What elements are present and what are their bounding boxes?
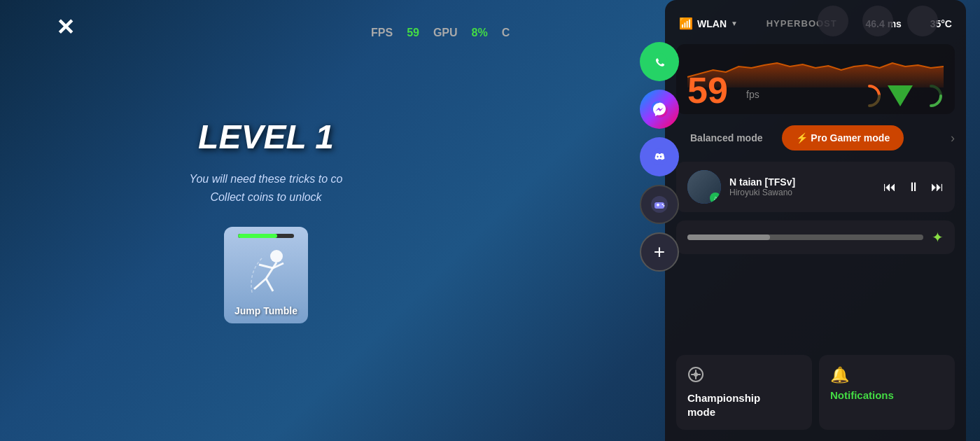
gpu-value: 8%	[472, 27, 488, 39]
discord-icon[interactable]	[640, 137, 679, 176]
svg-point-0	[270, 250, 283, 262]
brightness-section: ✦	[676, 220, 955, 254]
fps-green-arc	[918, 83, 944, 108]
trick-name: Jump Tumble	[234, 305, 298, 316]
pause-button[interactable]: ⏸	[907, 180, 920, 195]
championship-tile[interactable]: Championship mode	[676, 355, 812, 430]
add-app-button[interactable]: +	[640, 232, 679, 272]
wifi-icon: 📶	[679, 17, 693, 30]
album-art: ♫	[687, 170, 721, 204]
brightness-slider[interactable]	[687, 234, 923, 240]
svg-point-15	[694, 372, 698, 377]
svg-line-1	[266, 262, 276, 279]
gpu-label: GPU	[433, 27, 458, 39]
notifications-label: Notifications	[830, 388, 944, 402]
music-player: ♫ N taian [TFSv] Hiroyuki Sawano ⏮ ⏸ ⏭	[676, 162, 955, 212]
svg-point-12	[662, 204, 664, 205]
bottom-tiles: Championship mode 🔔 Notifications	[676, 355, 955, 430]
messenger-icon[interactable]	[640, 90, 679, 129]
notifications-tile[interactable]: 🔔 Notifications	[819, 355, 955, 430]
wifi-section[interactable]: 📶 WLAN ▼	[679, 17, 738, 30]
fps-arc-gauge	[857, 83, 882, 108]
fps-value: 59	[407, 27, 419, 39]
svg-line-2	[259, 265, 273, 268]
next-track-button[interactable]: ⏭	[931, 180, 944, 195]
trick-icon	[238, 244, 294, 300]
music-info: N taian [TFSv] Hiroyuki Sawano	[729, 176, 875, 197]
svg-point-13	[664, 205, 665, 206]
prev-track-button[interactable]: ⏮	[883, 180, 896, 195]
hud-bar: FPS 59 GPU 8% C	[371, 27, 510, 39]
brightness-fill	[687, 234, 770, 240]
gaming-panel: 📶 WLAN ▼ HYPERBOOST 46.4 ms 35°C 59 fps	[665, 0, 966, 441]
top-navigation	[818, 6, 938, 36]
brightness-icon: ✦	[932, 229, 944, 246]
trick-progress-fill	[238, 234, 277, 238]
fps-unit: fps	[746, 89, 760, 100]
fps-indicator-right	[857, 83, 944, 108]
trick-figure-svg	[241, 244, 290, 300]
wlan-label: WLAN	[697, 18, 727, 29]
nav-circle-profile[interactable]	[907, 6, 938, 36]
spotify-badge: ♫	[710, 192, 721, 204]
nav-circle-2[interactable]	[862, 6, 893, 36]
nav-circle-1[interactable]	[818, 6, 848, 36]
svg-rect-11	[657, 204, 659, 206]
fps-section: 59 fps	[676, 44, 955, 114]
notification-bell-icon: 🔔	[830, 366, 944, 384]
gamecontroller-icon[interactable]	[640, 185, 679, 224]
game-description: You will need these tricks to co Collect…	[190, 170, 343, 206]
fps-large-value: 59	[687, 72, 728, 108]
close-button[interactable]: ✕	[56, 14, 75, 41]
championship-icon	[687, 366, 801, 387]
fps-label: FPS	[371, 27, 393, 39]
wlan-dropdown-arrow: ▼	[731, 20, 738, 27]
artist-name: Hiroyuki Sawano	[729, 188, 875, 197]
fps-triangle-indicator	[888, 85, 913, 106]
championship-label: Championship mode	[687, 391, 801, 419]
mode-section: Balanced mode ⚡ Pro Gamer mode ›	[676, 122, 955, 153]
trick-card[interactable]: Jump Tumble	[224, 227, 308, 323]
cpu-label: C	[502, 27, 510, 39]
trick-progress-bar	[238, 234, 294, 238]
app-sidebar: +	[640, 42, 679, 272]
song-title: N taian [TFSv]	[729, 176, 875, 188]
svg-line-5	[266, 279, 273, 291]
game-content: LEVEL 1 You will need these tricks to co…	[0, 0, 532, 441]
svg-line-4	[254, 279, 266, 289]
balanced-mode-button[interactable]: Balanced mode	[676, 125, 776, 150]
whatsapp-icon[interactable]	[640, 42, 679, 81]
pro-gamer-mode-button[interactable]: ⚡ Pro Gamer mode	[782, 125, 904, 150]
mode-chevron: ›	[951, 131, 955, 146]
level-title: LEVEL 1	[198, 118, 334, 156]
music-controls: ⏮ ⏸ ⏭	[883, 180, 944, 195]
